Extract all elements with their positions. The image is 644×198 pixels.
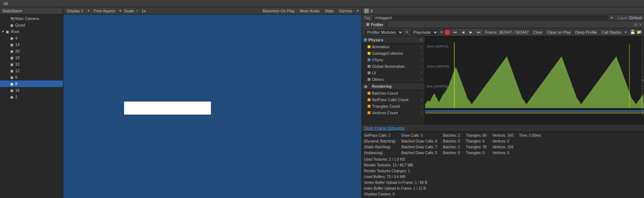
physics-collapse-icon[interactable]: ☰ bbox=[420, 38, 423, 42]
others-color-dot bbox=[368, 78, 370, 81]
hierarchy-item-14[interactable]: ▣ 14 bbox=[0, 41, 63, 48]
instancing-stat: (Instancing) bbox=[364, 150, 395, 156]
vsync-label: VSync bbox=[372, 58, 384, 62]
vsync-color-dot bbox=[368, 58, 370, 61]
svg-text:5ms (200FPS): 5ms (200FPS) bbox=[427, 84, 448, 88]
vertices-0b-stat: Vertices: 0 bbox=[492, 150, 513, 156]
frame-start-button[interactable]: ⏮ bbox=[452, 29, 458, 35]
hierarchy-item-12[interactable]: ▣ 12 bbox=[0, 67, 63, 74]
vertices-handle[interactable]: ≡ bbox=[420, 111, 423, 115]
batches-2-stat: Batches: 2 bbox=[443, 133, 460, 138]
record-button[interactable] bbox=[445, 29, 450, 35]
hierarchy-item-quad[interactable]: ▣ Quad bbox=[0, 22, 63, 28]
profiler-chart-area[interactable]: 16ms (60FPS) 10ms (100FPS) 5ms (200FPS) bbox=[425, 36, 644, 124]
profiler-close-icon[interactable]: ✕ bbox=[639, 22, 643, 27]
hierarchy-item-10[interactable]: ▣ 10 bbox=[0, 61, 63, 67]
others-handle[interactable]: ≡ bbox=[420, 78, 423, 82]
stats-col-textures: Used Textures: 2 / 1.0 KB Render Texture… bbox=[364, 157, 427, 197]
stats-row-2: Used Textures: 2 / 1.0 KB Render Texture… bbox=[364, 157, 642, 197]
hierarchy-item-16[interactable]: ▣ 16 bbox=[0, 87, 63, 94]
hierarchy-title: StaticBatch bbox=[2, 9, 55, 13]
hierarchy-item-2[interactable]: ▣ 2 bbox=[0, 94, 63, 100]
triangles-0-stat: Triangles: 0 bbox=[466, 139, 486, 144]
aspect-arrow: ▼ bbox=[119, 9, 122, 13]
hierarchy-item-20[interactable]: ▣ 20 bbox=[0, 48, 63, 54]
pm-item-triangles-count[interactable]: Triangles Count ≡ bbox=[362, 103, 425, 110]
hierarchy-item-18[interactable]: ▣ 18 bbox=[0, 54, 63, 61]
gi-handle[interactable]: ≡ bbox=[420, 65, 423, 69]
pm-item-setpass-count[interactable]: SetPass Calls Count ≡ bbox=[362, 96, 425, 103]
hierarchy-menu-button[interactable]: ⋮ bbox=[56, 8, 61, 13]
tag-arrow[interactable]: ▼ bbox=[610, 16, 614, 20]
hierarchy-item-main-camera[interactable]: 📷 Main Camera bbox=[0, 15, 63, 22]
profiler-modules-dropdown[interactable]: Profiler Modules bbox=[364, 29, 404, 36]
hierarchy-item-8[interactable]: ▣ 8 bbox=[0, 81, 63, 87]
hierarchy-item-label: 14 bbox=[15, 42, 62, 47]
object-checkbox[interactable] bbox=[364, 8, 369, 13]
call-stacks-arrow[interactable]: ▼ bbox=[624, 30, 627, 34]
hierarchy-panel: StaticBatch ⋮ 📷 Main Camera ▣ Quad ▼ ▣ bbox=[0, 7, 63, 198]
pm-section-physics[interactable]: Physics ☰ bbox=[362, 36, 425, 44]
pm-item-vertices-count[interactable]: Vertices Count ≡ bbox=[362, 110, 425, 116]
quad-icon: ▣ bbox=[10, 23, 15, 27]
clear-button[interactable]: Clear bbox=[531, 30, 544, 34]
stats-content: SetPass Calls: 2 (Dynamic Batching) (Sta… bbox=[362, 132, 644, 198]
stats-button[interactable]: Stats bbox=[323, 9, 335, 13]
profiler-save-icon[interactable]: 💾 bbox=[630, 30, 635, 34]
inspector-object-row: 8 bbox=[362, 7, 644, 15]
frame-end-button[interactable]: ⏭ bbox=[476, 29, 482, 35]
garbage-color-dot bbox=[368, 52, 370, 55]
pm-item-ui[interactable]: UI ≡ bbox=[362, 70, 425, 76]
batches-handle[interactable]: ≡ bbox=[420, 91, 423, 95]
tag-input[interactable] bbox=[372, 15, 609, 21]
mute-audio-button[interactable]: Mute Audio bbox=[298, 9, 321, 13]
root-icon: ▣ bbox=[6, 30, 11, 34]
stats-row-1: SetPass Calls: 2 (Dynamic Batching) (Sta… bbox=[364, 133, 642, 156]
maximize-on-play-button[interactable]: Maximize On Play bbox=[261, 9, 296, 13]
call-stacks-button[interactable]: Call Stacks bbox=[600, 30, 623, 34]
pm-item-garbage[interactable]: GarbageCollector ≡ bbox=[362, 50, 425, 57]
display-selector[interactable]: Display 1 bbox=[65, 9, 85, 13]
item-icon: ▣ bbox=[10, 36, 15, 40]
tag-label: Tag bbox=[364, 16, 370, 20]
pm-item-batches-count[interactable]: Batches Count ≡ bbox=[362, 90, 425, 96]
ui-handle[interactable]: ≡ bbox=[420, 71, 423, 75]
profiler-icon: ⊞ bbox=[366, 22, 369, 27]
frame-next-button[interactable]: ▶ bbox=[468, 29, 474, 35]
profiler-stats: Open Frame Debugger SetPass Calls: 2 (Dy… bbox=[362, 124, 644, 198]
frame-prev-button[interactable]: ◀ bbox=[460, 29, 466, 35]
time-stat: Time: 0.00ms bbox=[519, 133, 541, 138]
scene-all-label[interactable]: All bbox=[2, 1, 9, 6]
profiler-popout-icon[interactable]: ⧉ bbox=[634, 22, 637, 27]
scale-dot-icon[interactable]: ● bbox=[136, 9, 138, 12]
profiler-tab-label: Profiler bbox=[371, 22, 384, 27]
pm-item-global-illumination[interactable]: Global Illumination ≡ bbox=[362, 63, 425, 70]
pm-section-rendering[interactable]: ◉ Rendering bbox=[362, 83, 425, 90]
profiler-load-icon[interactable]: 📂 bbox=[637, 30, 642, 34]
animation-label: Animation bbox=[372, 45, 390, 49]
open-frame-debugger-link[interactable]: Open Frame Debugger bbox=[364, 126, 405, 130]
gizmos-button[interactable]: Gizmos bbox=[338, 9, 354, 13]
aspect-selector[interactable]: Free Aspect bbox=[92, 9, 116, 13]
profiler-tab[interactable]: ⊞ Profiler bbox=[363, 21, 387, 28]
frame-debugger-bar[interactable]: Open Frame Debugger bbox=[362, 124, 644, 132]
animation-handle[interactable]: ≡ bbox=[420, 45, 423, 49]
chart-scroll-right-icon[interactable]: › bbox=[642, 77, 644, 83]
playmode-dropdown[interactable]: Playmode bbox=[410, 29, 438, 36]
pm-item-vsync[interactable]: VSync ≡ bbox=[362, 57, 425, 63]
display-arrow: ▼ bbox=[87, 9, 90, 13]
pm-item-animation[interactable]: Animation ≡ bbox=[362, 44, 425, 50]
deep-profile-button[interactable]: Deep Profile bbox=[574, 30, 599, 34]
vsync-handle[interactable]: ≡ bbox=[420, 58, 423, 62]
clear-on-play-button[interactable]: Clear on Play bbox=[546, 30, 572, 34]
item-icon: ▣ bbox=[10, 75, 15, 79]
hierarchy-item-root[interactable]: ▼ ▣ Root bbox=[0, 28, 63, 35]
pm-item-others[interactable]: Others ≡ bbox=[362, 76, 425, 83]
hierarchy-item-4[interactable]: ▣ 4 bbox=[0, 35, 63, 41]
garbage-handle[interactable]: ≡ bbox=[420, 51, 423, 55]
viewport-white-rect bbox=[124, 102, 211, 115]
hierarchy-item-6[interactable]: ▣ 6 bbox=[0, 74, 63, 81]
animation-color-dot bbox=[368, 45, 370, 48]
triangles-handle[interactable]: ≡ bbox=[420, 104, 423, 108]
setpass-handle[interactable]: ≡ bbox=[420, 98, 423, 102]
